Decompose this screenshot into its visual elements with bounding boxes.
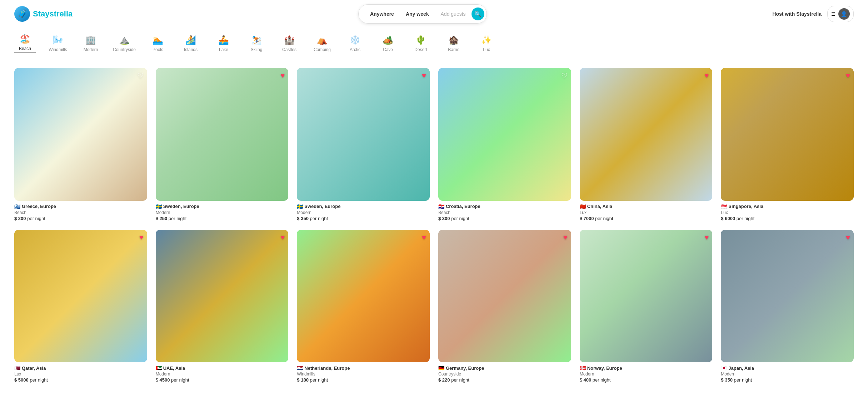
country-name: Singapore, Asia (728, 204, 763, 209)
country-flag: 🇸🇪 (156, 204, 162, 209)
category-item-camping[interactable]: ⛺ Camping (311, 35, 333, 52)
barns-icon: 🏚️ (448, 35, 459, 45)
listing-image (580, 230, 713, 363)
arctic-icon: ❄️ (350, 35, 360, 45)
category-label-beach: Beach (19, 46, 31, 51)
listing-card-3[interactable]: ♥ 🇸🇪 Sweden, Europe Modern $ 350 per nig… (297, 68, 430, 221)
listing-price: $ 250 per night (156, 216, 289, 221)
category-label-countryside: Countryside (113, 47, 136, 52)
listing-price: $ 200 per night (14, 216, 147, 221)
logo-icon: 🧳 (14, 6, 30, 22)
listing-image-wrap: ♥ (580, 230, 713, 363)
date-search[interactable]: Any week (400, 10, 435, 18)
category-label-barns: Barns (448, 47, 459, 52)
category-nav: 🏖️ Beach 🌬️ Windmills 🏢 Modern ⛰️ Countr… (0, 28, 868, 59)
listing-type: Countryside (438, 372, 571, 377)
favorite-button[interactable]: ♥ (280, 233, 285, 242)
search-bar[interactable]: Anywhere Any week Add guests 🔍 (358, 4, 487, 24)
listing-card-10[interactable]: ♥ 🇩🇪 Germany, Europe Countryside $ 220 p… (438, 230, 571, 383)
listing-type: Lux (14, 372, 147, 377)
favorite-button[interactable]: ♥ (139, 233, 144, 242)
favorite-button[interactable]: ♡ (561, 71, 568, 80)
category-item-lake[interactable]: 🚣 Lake (213, 35, 234, 52)
listing-image (156, 230, 289, 363)
favorite-button[interactable]: ♥ (563, 233, 568, 242)
category-item-cave[interactable]: 🏕️ Cave (377, 35, 399, 52)
favorite-button[interactable]: ♥ (422, 71, 426, 80)
listing-card-6[interactable]: ♥ 🇸🇬 Singapore, Asia Lux $ 6000 per nigh… (721, 68, 854, 221)
listing-image-wrap: ♥ (721, 230, 854, 363)
listing-card-5[interactable]: ♥ 🇨🇳 China, Asia Lux $ 7000 per night (580, 68, 713, 221)
favorite-button[interactable]: ♡ (137, 71, 144, 80)
category-item-modern[interactable]: 🏢 Modern (80, 35, 101, 52)
listing-info: 🇬🇷 Greece, Europe Beach $ 200 per night (14, 201, 147, 221)
country-name: UAE, Asia (163, 365, 185, 371)
location-search[interactable]: Anywhere (364, 10, 400, 18)
listing-card-2[interactable]: ♥ 🇸🇪 Sweden, Europe Modern $ 250 per nig… (156, 68, 289, 221)
country-flag: 🇭🇷 (438, 204, 444, 209)
favorite-button[interactable]: ♥ (846, 233, 850, 242)
country-name: Qatar, Asia (22, 365, 46, 371)
price-amount: $ 180 (297, 377, 309, 383)
category-item-barns[interactable]: 🏚️ Barns (443, 35, 464, 52)
listing-image-wrap: ♥ (438, 230, 571, 363)
category-item-skiing[interactable]: ⛷️ Skiing (246, 35, 267, 52)
favorite-button[interactable]: ♥ (422, 233, 426, 242)
price-amount: $ 200 (14, 216, 26, 221)
lake-icon: 🚣 (218, 35, 229, 45)
search-button[interactable]: 🔍 (472, 8, 484, 20)
listing-card-1[interactable]: ♡ 🇬🇷 Greece, Europe Beach $ 200 per nigh… (14, 68, 147, 221)
listing-info: 🇯🇵 Japan, Asia Modern $ 350 per night (721, 362, 854, 383)
listing-location: 🇬🇷 Greece, Europe (14, 204, 147, 209)
listing-price: $ 350 per night (297, 216, 430, 221)
category-item-lux[interactable]: ✨ Lux (476, 35, 497, 52)
category-item-arctic[interactable]: ❄️ Arctic (344, 35, 366, 52)
country-name: Japan, Asia (728, 365, 754, 371)
listing-location: 🇩🇪 Germany, Europe (438, 365, 571, 371)
category-item-pools[interactable]: 🏊 Pools (147, 35, 169, 52)
price-amount: $ 400 (580, 377, 592, 383)
category-item-windmills[interactable]: 🌬️ Windmills (47, 35, 69, 52)
favorite-button[interactable]: ♥ (704, 71, 709, 80)
category-item-countryside[interactable]: ⛰️ Countryside (113, 35, 136, 52)
favorite-button[interactable]: ♥ (846, 71, 850, 80)
category-item-beach[interactable]: 🏖️ Beach (14, 34, 36, 53)
listing-info: 🇳🇴 Norway, Europe Modern $ 400 per night (580, 362, 713, 383)
host-link[interactable]: Host with Staystrella (772, 11, 822, 17)
listing-card-9[interactable]: ♥ 🇳🇱 Netherlands, Europe Windmills $ 180… (297, 230, 430, 383)
category-label-cave: Cave (383, 47, 393, 52)
desert-icon: 🌵 (415, 35, 426, 45)
category-label-modern: Modern (84, 47, 98, 52)
menu-button[interactable]: ☰ 👤 (827, 6, 854, 22)
logo[interactable]: 🧳 Staystrella (14, 6, 73, 22)
listing-type: Modern (297, 210, 430, 215)
listing-card-12[interactable]: ♥ 🇯🇵 Japan, Asia Modern $ 350 per night (721, 230, 854, 383)
listing-type: Windmills (297, 372, 430, 377)
listing-image (721, 68, 854, 201)
listing-card-8[interactable]: ♥ 🇦🇪 UAE, Asia Modern $ 4500 per night (156, 230, 289, 383)
country-name: Sweden, Europe (304, 204, 340, 209)
listing-info: 🇨🇳 China, Asia Lux $ 7000 per night (580, 201, 713, 221)
listing-image (14, 68, 147, 201)
price-suffix: per night (451, 216, 469, 221)
listing-type: Modern (721, 372, 854, 377)
guests-search[interactable]: Add guests (435, 10, 469, 18)
listing-price: $ 5000 per night (14, 377, 147, 383)
listing-info: 🇭🇷 Croatia, Europe Beach $ 300 per night (438, 201, 571, 221)
listing-card-7[interactable]: ♥ 🇶🇦 Qatar, Asia Lux $ 5000 per night (14, 230, 147, 383)
listing-card-4[interactable]: ♡ 🇭🇷 Croatia, Europe Beach $ 300 per nig… (438, 68, 571, 221)
category-item-desert[interactable]: 🌵 Desert (410, 35, 431, 52)
category-item-islands[interactable]: 🏄 Islands (180, 35, 201, 52)
camping-icon: ⛺ (317, 35, 328, 45)
category-label-desert: Desert (414, 47, 427, 52)
listing-location: 🇸🇪 Sweden, Europe (297, 204, 430, 209)
category-item-castles[interactable]: 🏰 Castles (279, 35, 300, 52)
favorite-button[interactable]: ♥ (280, 71, 285, 80)
listing-info: 🇩🇪 Germany, Europe Countryside $ 220 per… (438, 362, 571, 383)
listing-card-11[interactable]: ♥ 🇳🇴 Norway, Europe Modern $ 400 per nig… (580, 230, 713, 383)
listing-image-wrap: ♥ (156, 68, 289, 201)
listing-location: 🇨🇳 China, Asia (580, 204, 713, 209)
favorite-button[interactable]: ♥ (704, 233, 709, 242)
category-label-lux: Lux (483, 47, 490, 52)
listing-image-wrap: ♥ (297, 68, 430, 201)
